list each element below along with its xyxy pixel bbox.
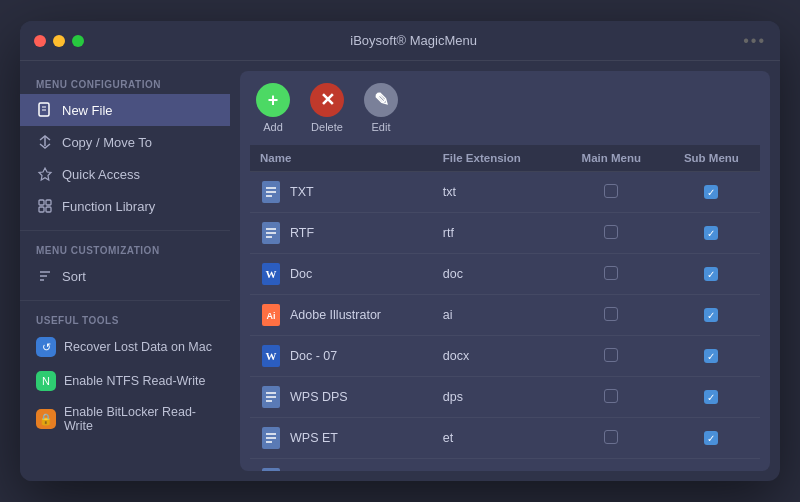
svg-text:W: W xyxy=(266,268,277,280)
main-menu-checkbox[interactable] xyxy=(604,225,618,239)
cell-ext: txt xyxy=(433,172,560,213)
sub-menu-checkbox-checked[interactable]: ✓ xyxy=(704,349,718,363)
main-menu-checkbox[interactable] xyxy=(604,184,618,198)
delete-icon: ✕ xyxy=(310,83,344,117)
main-menu-checkbox[interactable] xyxy=(604,348,618,362)
col-sub-menu: Sub Menu xyxy=(663,145,760,172)
sub-menu-checkbox-checked[interactable]: ✓ xyxy=(704,226,718,240)
table-row[interactable]: Ai Adobe Illustrator ai ✓ xyxy=(250,295,760,336)
sub-menu-checkbox-checked[interactable]: ✓ xyxy=(704,431,718,445)
cell-main-menu xyxy=(560,459,663,472)
sort-icon xyxy=(36,267,54,285)
file-icon-doc xyxy=(260,179,282,205)
main-menu-checkbox[interactable] xyxy=(604,307,618,321)
main-menu-checkbox[interactable] xyxy=(604,430,618,444)
close-button[interactable] xyxy=(34,35,46,47)
sidebar: Menu Configuration New File xyxy=(20,61,230,481)
maximize-button[interactable] xyxy=(72,35,84,47)
file-name: Doc xyxy=(290,267,312,281)
table-row[interactable]: W Doc - 07 docx ✓ xyxy=(250,336,760,377)
table-row[interactable]: W Doc doc ✓ xyxy=(250,254,760,295)
file-name: Adobe Illustrator xyxy=(290,308,381,322)
menu-custom-label: Menu Customization xyxy=(20,239,230,260)
cell-sub-menu: ✓ xyxy=(663,418,760,459)
svg-rect-34 xyxy=(262,468,280,471)
file-name: Doc - 07 xyxy=(290,349,337,363)
table-header-row: Name File Extension Main Menu Sub Menu xyxy=(250,145,760,172)
file-icon-doc xyxy=(260,466,282,471)
cell-main-menu xyxy=(560,172,663,213)
file-name: TXT xyxy=(290,185,314,199)
copy-move-icon xyxy=(36,133,54,151)
cell-main-menu xyxy=(560,418,663,459)
sub-menu-checkbox-checked[interactable]: ✓ xyxy=(704,308,718,322)
cell-name: W Doc xyxy=(250,254,433,295)
sidebar-item-sort[interactable]: Sort xyxy=(20,260,230,292)
table-row[interactable]: WPS ET et ✓ xyxy=(250,418,760,459)
svg-rect-5 xyxy=(39,200,44,205)
add-button[interactable]: + Add xyxy=(256,83,290,133)
file-table: Name File Extension Main Menu Sub Menu T… xyxy=(250,145,760,471)
cell-name: TXT xyxy=(250,172,433,213)
cell-ext: dps xyxy=(433,377,560,418)
sort-label: Sort xyxy=(62,269,86,284)
ntfs-label: Enable NTFS Read-Write xyxy=(64,374,206,388)
table-row[interactable]: Keynote key ✓ xyxy=(250,459,760,472)
table-row[interactable]: WPS DPS dps ✓ xyxy=(250,377,760,418)
function-library-icon xyxy=(36,197,54,215)
cell-name: Ai Adobe Illustrator xyxy=(250,295,433,336)
cell-sub-menu: ✓ xyxy=(663,254,760,295)
sidebar-item-copy-move[interactable]: Copy / Move To xyxy=(20,126,230,158)
edit-icon: ✎ xyxy=(364,83,398,117)
cell-ext: rtf xyxy=(433,213,560,254)
cell-main-menu xyxy=(560,254,663,295)
sidebar-item-function-library[interactable]: Function Library xyxy=(20,190,230,222)
app-window: iBoysoft® MagicMenu ••• Menu Configurati… xyxy=(20,21,780,481)
sidebar-item-new-file[interactable]: New File xyxy=(20,94,230,126)
file-name: RTF xyxy=(290,226,314,240)
cell-main-menu xyxy=(560,377,663,418)
main-menu-checkbox[interactable] xyxy=(604,266,618,280)
sub-menu-checkbox-checked[interactable]: ✓ xyxy=(704,390,718,404)
file-icon-doc xyxy=(260,425,282,451)
add-label: Add xyxy=(263,121,283,133)
cell-sub-menu: ✓ xyxy=(663,377,760,418)
tool-ntfs[interactable]: N Enable NTFS Read-Write xyxy=(20,364,230,398)
svg-rect-6 xyxy=(46,200,51,205)
cell-sub-menu: ✓ xyxy=(663,295,760,336)
file-icon-ai: Ai xyxy=(260,302,282,328)
tool-recover[interactable]: ↺ Recover Lost Data on Mac xyxy=(20,330,230,364)
sub-menu-checkbox-checked[interactable]: ✓ xyxy=(704,267,718,281)
toolbar: + Add ✕ Delete ✎ Edit xyxy=(240,71,770,145)
file-icon-word: W xyxy=(260,343,282,369)
more-options-icon[interactable]: ••• xyxy=(743,32,766,50)
cell-main-menu xyxy=(560,295,663,336)
svg-text:Ai: Ai xyxy=(267,311,276,321)
minimize-button[interactable] xyxy=(53,35,65,47)
sub-menu-checkbox-checked[interactable]: ✓ xyxy=(704,185,718,199)
cell-name: RTF xyxy=(250,213,433,254)
main-menu-checkbox[interactable] xyxy=(604,471,618,472)
cell-name: Keynote xyxy=(250,459,433,472)
edit-button[interactable]: ✎ Edit xyxy=(364,83,398,133)
cell-main-menu xyxy=(560,213,663,254)
cell-sub-menu: ✓ xyxy=(663,172,760,213)
cell-ext: docx xyxy=(433,336,560,377)
delete-button[interactable]: ✕ Delete xyxy=(310,83,344,133)
sidebar-item-quick-access[interactable]: Quick Access xyxy=(20,158,230,190)
add-icon: + xyxy=(256,83,290,117)
new-file-icon xyxy=(36,101,54,119)
cell-main-menu xyxy=(560,336,663,377)
cell-name: WPS ET xyxy=(250,418,433,459)
col-name: Name xyxy=(250,145,433,172)
svg-rect-7 xyxy=(39,207,44,212)
table-row[interactable]: RTF rtf ✓ xyxy=(250,213,760,254)
main-menu-checkbox[interactable] xyxy=(604,389,618,403)
tool-bitlocker[interactable]: 🔒 Enable BitLocker Read-Write xyxy=(20,398,230,440)
delete-label: Delete xyxy=(311,121,343,133)
useful-tools-label: Useful Tools xyxy=(20,309,230,330)
svg-marker-4 xyxy=(39,168,51,180)
table-row[interactable]: TXT txt ✓ xyxy=(250,172,760,213)
col-main-menu: Main Menu xyxy=(560,145,663,172)
new-file-label: New File xyxy=(62,103,113,118)
